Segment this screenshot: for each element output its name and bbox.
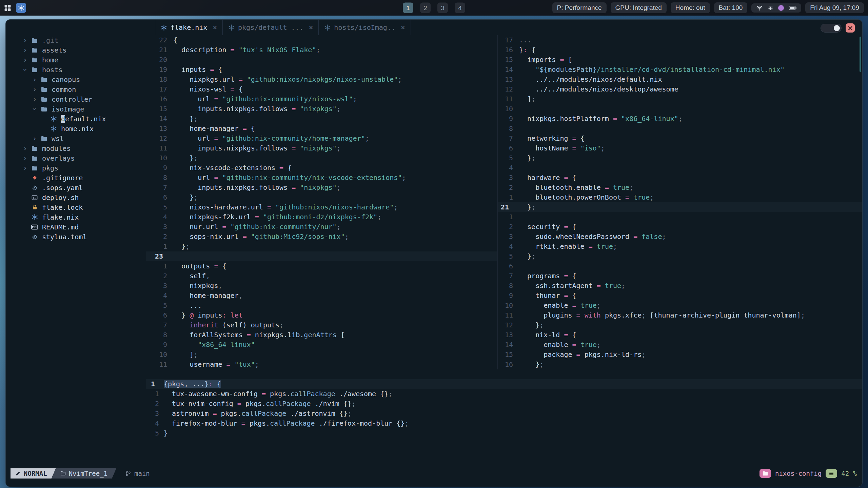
code-line[interactable]: 9 thunar = { — [498, 291, 862, 301]
code-line[interactable]: 1 {pkgs, ...}: { — [146, 379, 862, 389]
tree-item-stylua.toml[interactable]: stylua.toml — [11, 232, 148, 242]
code-line[interactable]: 7 inherit (self) outputs; — [146, 320, 497, 330]
code-line[interactable]: 1 tux-awesome-wm-config = pkgs.callPacka… — [146, 389, 862, 399]
code-line[interactable]: 5 ... — [146, 301, 497, 310]
code-line[interactable]: 13 nix-ld = { — [498, 330, 862, 340]
tree-item-canopus[interactable]: ›canopus — [11, 75, 148, 84]
code-line[interactable]: 11 plugins = with pkgs.xfce; [thunar-arc… — [498, 310, 862, 320]
app-logo-icon[interactable] — [16, 3, 26, 13]
mixer-icon[interactable] — [768, 5, 773, 11]
workspace-tag-4[interactable]: 4 — [455, 3, 465, 13]
chevron-down-icon[interactable]: › — [31, 105, 39, 114]
tree-item-.git[interactable]: ›.git — [11, 35, 148, 45]
workspace-tag-1[interactable]: 1 — [403, 3, 413, 13]
window-toggle[interactable] — [821, 24, 842, 33]
tab-close-icon[interactable]: × — [401, 23, 405, 32]
tree-item-.gitignore[interactable]: .gitignore — [11, 173, 148, 183]
code-line[interactable]: 9 nix-vscode-extensions = { — [146, 163, 497, 173]
code-line[interactable]: 1 outputs = { — [146, 261, 497, 271]
chevron-right-icon[interactable]: › — [21, 144, 29, 152]
tree-item-flake.nix[interactable]: flake.nix — [11, 212, 148, 222]
code-line[interactable]: 7 programs = { — [498, 271, 862, 281]
code-line[interactable]: 16 url = "github:nix-community/nixos-wsl… — [146, 94, 497, 104]
tree-item-isoImage[interactable]: ›isoImage — [11, 104, 148, 114]
code-line[interactable]: 3 nur.url = "github:nix-community/nur"; — [146, 222, 497, 232]
code-line[interactable]: 4 rtkit.enable = true; — [498, 242, 862, 251]
code-line[interactable]: 3 sudo.wheelNeedsPassword = false; — [498, 232, 862, 242]
window-close-button[interactable]: × — [846, 23, 855, 33]
code-line[interactable]: 2 security = { — [498, 222, 862, 232]
split-separator[interactable] — [497, 35, 498, 369]
code-line[interactable]: 16 }; — [498, 360, 862, 369]
code-line[interactable]: 3 astronvim = pkgs.callPackage ./astronv… — [146, 409, 862, 419]
code-line[interactable]: 14 enable = true; — [498, 340, 862, 350]
code-line[interactable]: 12 url = "github:nix-community/home-mana… — [146, 134, 497, 143]
indicator-icon[interactable] — [778, 5, 784, 11]
code-line[interactable]: 6 — [498, 261, 862, 271]
tree-item-assets[interactable]: ›assets — [11, 45, 148, 55]
code-line[interactable]: 14 "${modulesPath}/installer/cd-dvd/inst… — [498, 65, 862, 75]
tree-item-deploy.sh[interactable]: deploy.sh — [11, 192, 148, 202]
tree-item-README.md[interactable]: README.md — [11, 222, 148, 232]
code-line[interactable]: 5 nixos-hardware.url = "github:nixos/nix… — [146, 202, 497, 212]
tab-close-icon[interactable]: × — [213, 23, 217, 32]
code-line[interactable]: 12 ../../modules/nixos/desktop/awesome — [498, 84, 862, 94]
tree-item-modules[interactable]: ›modules — [11, 143, 148, 153]
code-line[interactable]: 10 ]; — [146, 350, 497, 360]
code-line[interactable]: 11 ]; — [498, 94, 862, 104]
code-line[interactable]: 4 home-manager, — [146, 291, 497, 301]
chevron-right-icon[interactable]: › — [21, 164, 29, 172]
code-line[interactable]: 15 inputs.nixpkgs.follows = "nixpkgs"; — [146, 104, 497, 114]
code-line[interactable]: 3 hardware = { — [498, 173, 862, 183]
code-line[interactable]: 17... — [498, 35, 862, 45]
code-line[interactable]: 20 — [146, 55, 497, 65]
code-line[interactable]: 6 hostName = "iso"; — [498, 143, 862, 153]
tree-item-wsl[interactable]: ›wsl — [11, 134, 148, 143]
code-line[interactable]: 8 — [498, 124, 862, 134]
code-line[interactable]: 4 — [498, 163, 862, 173]
code-line[interactable]: 19 inputs = { — [146, 65, 497, 75]
chevron-right-icon[interactable]: › — [21, 36, 29, 44]
code-line[interactable]: 1 — [498, 212, 862, 222]
code-line[interactable]: 9 nixpkgs.hostPlatform = "x86_64-linux"; — [498, 114, 862, 124]
code-line[interactable]: 8 ssh.startAgent = true; — [498, 281, 862, 291]
tree-item-default.nix[interactable]: default.nix — [11, 114, 148, 124]
code-line[interactable]: 5} — [146, 428, 862, 438]
launcher-grid-icon[interactable] — [4, 4, 11, 12]
code-line[interactable]: 4 nixpkgs-f2k.url = "github:moni-dz/nixp… — [146, 212, 497, 222]
code-line[interactable]: 2 self, — [146, 271, 497, 281]
code-line[interactable]: 11 inputs.nixpkgs.follows = "nixpkgs"; — [146, 143, 497, 153]
chevron-right-icon[interactable]: › — [21, 56, 29, 64]
code-line[interactable]: 15 imports = [ — [498, 55, 862, 65]
editor-tab[interactable]: flake.nix× — [155, 20, 223, 35]
code-line[interactable]: 1 }; — [146, 242, 497, 251]
chevron-right-icon[interactable]: › — [21, 154, 29, 162]
code-line[interactable]: 3 nixpkgs, — [146, 281, 497, 291]
code-line[interactable]: 9 "x86_64-linux" — [146, 340, 497, 350]
code-line[interactable]: 14 }; — [146, 114, 497, 124]
code-line[interactable]: 1 bluetooth.powerOnBoot = true; — [498, 192, 862, 202]
code-line[interactable]: 13 ../../modules/nixos/default.nix — [498, 75, 862, 84]
code-line[interactable]: 5 }; — [498, 153, 862, 163]
tree-item-flake.lock[interactable]: flake.lock — [11, 202, 148, 212]
tab-close-icon[interactable]: × — [309, 23, 313, 32]
code-line[interactable]: 7 networking = { — [498, 134, 862, 143]
scrollbar-thumb[interactable] — [860, 37, 861, 72]
code-line[interactable]: 2 tux-nvim-config = pkgs.callPackage ./n… — [146, 399, 862, 409]
chevron-right-icon[interactable]: › — [30, 85, 39, 94]
code-line[interactable]: 13 home-manager = { — [146, 124, 497, 134]
tree-item-.sops.yaml[interactable]: .sops.yaml — [11, 183, 148, 192]
editor-tab[interactable]: hosts/isoImag..× — [319, 20, 411, 35]
chevron-right-icon[interactable]: › — [30, 135, 39, 143]
workspace-tag-3[interactable]: 3 — [437, 3, 448, 13]
chevron-right-icon[interactable]: › — [21, 46, 29, 54]
battery-icon[interactable] — [789, 6, 796, 10]
code-line[interactable]: 5 }; — [498, 251, 862, 261]
tree-item-hosts[interactable]: ›hosts — [11, 65, 148, 75]
code-line[interactable]: 10 }; — [146, 153, 497, 163]
code-line[interactable]: 17 nixos-wsl = { — [146, 84, 497, 94]
chevron-right-icon[interactable]: › — [30, 95, 39, 103]
code-line[interactable]: 2 sops-nix.url = "github:Mic92/sops-nix"… — [146, 232, 497, 242]
chevron-down-icon[interactable]: › — [21, 65, 29, 74]
tree-item-pkgs[interactable]: ›pkgs — [11, 163, 148, 173]
